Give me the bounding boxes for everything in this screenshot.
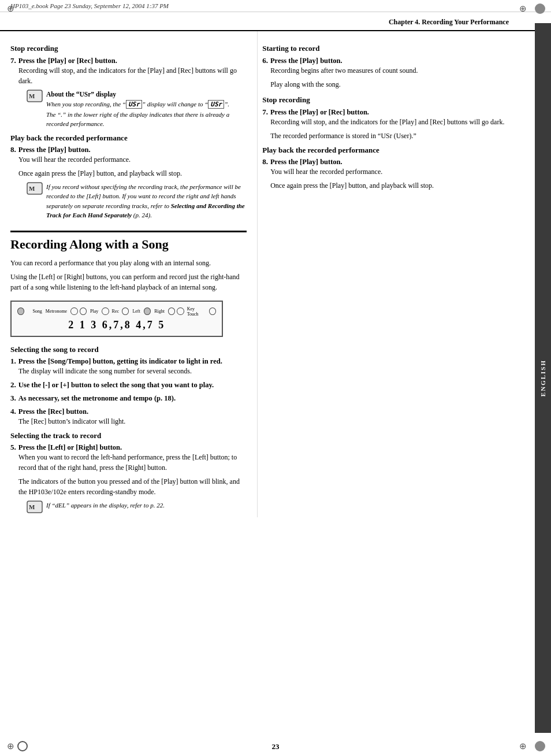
big-section-title: Recording Along with a Song <box>10 231 247 252</box>
memo1-display2: USr <box>208 100 224 109</box>
step8-body1-left: You will hear the recorded performance. <box>18 154 247 165</box>
kbd-numbers: 2 1 3 6,7,8 4,7 5 <box>17 317 216 331</box>
step7-body2-right: The recorded performance is stored in “U… <box>270 131 524 141</box>
memo2-content: If you record without specifying the rec… <box>46 182 247 220</box>
memo2-ref: (p. 24). <box>132 212 152 218</box>
memo1-text4: The “.” in the lower right of the displa… <box>46 111 229 128</box>
memo3-text: If “dEL” appears in the display, refer t… <box>46 502 165 509</box>
step-5: 5. Press the [Left] or [Right] button. W… <box>10 443 247 513</box>
step-8-left: 8. Press the [Play] button. You will hea… <box>10 145 247 220</box>
step8-body2-right: Once again press the [Play] button, and … <box>270 180 524 191</box>
step7-header-left: Press the [Play] or [Rec] button. <box>18 57 117 65</box>
starting-to-record-heading: Starting to record <box>262 44 524 53</box>
kbd-label-rec: Rec <box>112 309 119 314</box>
top-bar: HP103_e.book Page 23 Sunday, September 1… <box>0 0 551 12</box>
step3-header: As necessary, set the metronome and temp… <box>18 394 176 403</box>
left-column: Stop recording 7. Press the [Play] or [R… <box>10 31 257 517</box>
step8-body1-right: You will hear the recorded performance. <box>270 166 524 177</box>
intro-para1: You can record a performance that you pl… <box>10 258 247 268</box>
keyboard-diagram: Song Metronome Play Rec Left Right Key T… <box>10 301 223 337</box>
memo1-text1: When you stop recording, the “ <box>46 101 126 108</box>
memo-box-1: M About the “USr” display When you stop … <box>27 90 247 129</box>
chapter-title: Chapter 4. Recording Your Performance <box>389 18 509 26</box>
kbd-label-right: Right <box>154 309 165 314</box>
step8-number-left: 8. <box>10 145 16 154</box>
kbd-btn-1 <box>17 307 24 315</box>
svg-text:M: M <box>29 92 35 99</box>
crosshair-br: ⊕ <box>519 741 527 751</box>
kbd-label-play: Play <box>90 309 98 314</box>
step5-header: Press the [Left] or [Right] button. <box>18 443 122 452</box>
step7-number-right: 7. <box>262 108 268 117</box>
step-7-right: 7. Press the [Play] or [Rec] button. Rec… <box>262 108 524 141</box>
playback-heading-right: Play back the recorded performance <box>262 146 524 155</box>
circle-icon-tr <box>535 3 545 14</box>
step6-header-right: Press the [Play] button. <box>270 57 342 65</box>
selecting-song-heading: Selecting the song to record <box>10 345 247 354</box>
circle-icon-bl <box>17 741 28 751</box>
memo-box-2: M If you record without specifying the r… <box>27 182 247 220</box>
memo-icon-2: M <box>27 182 43 195</box>
kbd-label-left: Left <box>132 309 140 314</box>
step4-number: 4. <box>10 407 16 416</box>
step5-number: 5. <box>10 443 16 452</box>
step5-body2: The indicators of the button you pressed… <box>18 476 247 497</box>
step7-body1-right: Recording will stop, and the indicators … <box>270 117 524 127</box>
top-bar-text: HP103_e.book Page 23 Sunday, September 1… <box>10 2 169 9</box>
step-6-right: 6. Press the [Play] button. Recording be… <box>262 56 524 90</box>
memo3-content: If “dEL” appears in the display, refer t… <box>46 501 165 510</box>
page-number: 23 <box>272 742 280 751</box>
kbd-controls-row: Song Metronome Play Rec Left Right Key T… <box>17 306 216 317</box>
kbd-btn-4 <box>102 307 109 315</box>
playback-heading-left: Play back the recorded performance <box>10 134 247 143</box>
right-column: Starting to record 6. Press the [Play] b… <box>257 31 524 517</box>
step7-body1-left: Recording will stop, and the indicators … <box>18 65 247 86</box>
memo1-display1: USr <box>126 100 142 109</box>
crosshair-tl: ⊕ <box>7 3 14 14</box>
step-1: 1. Press the [Song/Tempo] button, gettin… <box>10 357 247 376</box>
kbd-btn-7 <box>168 307 175 315</box>
intro-para2: Using the [Left] or [Right] buttons, you… <box>10 272 247 292</box>
step7-number-left: 7. <box>10 56 16 65</box>
step2-header: Use the [-] or [+] button to select the … <box>18 381 214 390</box>
memo-box-3: M If “dEL” appears in the display, refer… <box>27 501 247 513</box>
step5-body1: When you want to record the left-hand pe… <box>18 452 247 473</box>
step8-header-right: Press the [Play] button. <box>270 158 342 166</box>
kbd-btn-5 <box>122 307 129 315</box>
step2-number: 2. <box>10 380 16 390</box>
memo1-text2: ” display will change to “ <box>142 101 209 108</box>
circle-icon-br <box>535 741 545 751</box>
step-2: 2. Use the [-] or [+] button to select t… <box>10 380 247 390</box>
step-7-left: 7. Press the [Play] or [Rec] button. Rec… <box>10 56 247 129</box>
memo1-text3: ”. <box>224 101 229 108</box>
step-4: 4. Press the [Rec] button. The [Rec] but… <box>10 407 247 427</box>
step8-header-left: Press the [Play] button. <box>18 146 91 154</box>
crosshair-bl: ⊕ <box>7 741 14 751</box>
kbd-btn-6 <box>144 307 151 315</box>
chapter-header: Chapter 4. Recording Your Performance <box>0 12 535 31</box>
svg-text:M: M <box>29 185 35 192</box>
step1-number: 1. <box>10 357 16 366</box>
svg-text:M: M <box>29 503 35 510</box>
step7-header-right: Press the [Play] or [Rec] button. <box>270 108 369 117</box>
step-8-right: 8. Press the [Play] button. You will hea… <box>262 157 524 191</box>
kbd-label-keytouch: Key Touch <box>187 306 206 317</box>
page: ⊕ ⊕ HP103_e.book Page 23 Sunday, Septemb… <box>0 0 551 756</box>
main-content: Stop recording 7. Press the [Play] or [R… <box>0 31 535 517</box>
step1-body: The display will indicate the song numbe… <box>18 366 247 376</box>
right-sidebar: ENGLISH <box>535 23 551 733</box>
step-3: 3. As necessary, set the metronome and t… <box>10 394 247 403</box>
kbd-btn-3 <box>80 307 87 315</box>
step4-body: The [Rec] button’s indicator will light. <box>18 416 247 427</box>
step6-number-right: 6. <box>262 56 268 65</box>
crosshair-tr: ⊕ <box>519 3 527 14</box>
kbd-label-metronome: Metronome <box>46 309 67 314</box>
step4-header: Press the [Rec] button. <box>18 407 88 416</box>
stop-recording-heading-right: Stop recording <box>262 95 524 105</box>
kbd-btn-2 <box>70 307 77 315</box>
memo1-content: About the “USr” display When you stop re… <box>46 90 247 129</box>
step3-number: 3. <box>10 394 16 403</box>
kbd-label-song: Song <box>32 309 42 314</box>
memo1-heading: About the “USr” display <box>46 91 116 98</box>
step8-number-right: 8. <box>262 157 268 166</box>
